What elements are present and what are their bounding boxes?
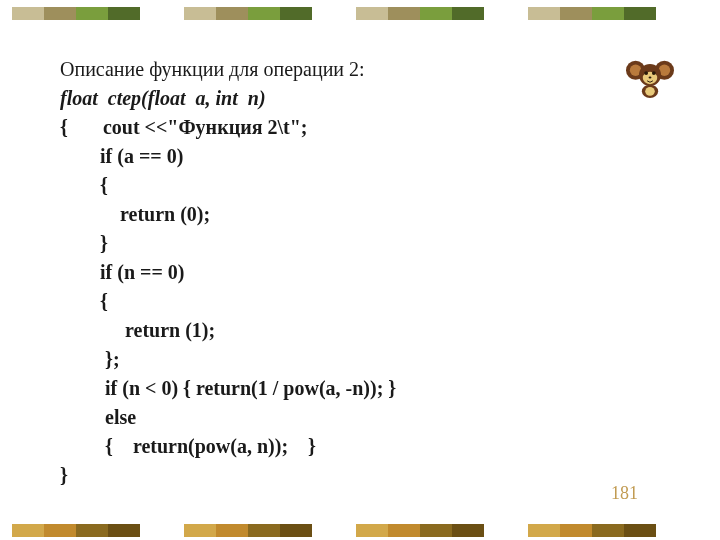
code-line: }: [60, 229, 620, 258]
code-line: };: [60, 345, 620, 374]
code-line: return (0);: [60, 200, 620, 229]
code-line: float ctep(float a, int n): [60, 84, 620, 113]
code-line: }: [60, 461, 620, 490]
code-line: { return(pow(a, n)); }: [60, 432, 620, 461]
code-line: {: [60, 287, 620, 316]
svg-point-10: [645, 87, 655, 96]
svg-point-8: [649, 76, 652, 78]
code-line: {: [60, 171, 620, 200]
decor-band-bottom: [0, 524, 720, 537]
code-line: if (a == 0): [60, 142, 620, 171]
page-number: 181: [611, 483, 638, 504]
code-line: if (n < 0) { return(1 / pow(a, -n)); }: [60, 374, 620, 403]
code-line: else: [60, 403, 620, 432]
svg-point-6: [644, 71, 648, 75]
code-line: return (1);: [60, 316, 620, 345]
svg-point-7: [652, 71, 656, 75]
decor-band-top: [0, 7, 720, 20]
cheburashka-icon: [626, 52, 674, 100]
code-line: { cout <<"Функция 2\t";: [60, 113, 620, 142]
slide-content: Описание функции для операции 2: float c…: [60, 55, 620, 490]
heading-line: Описание функции для операции 2:: [60, 55, 620, 84]
code-line: if (n == 0): [60, 258, 620, 287]
